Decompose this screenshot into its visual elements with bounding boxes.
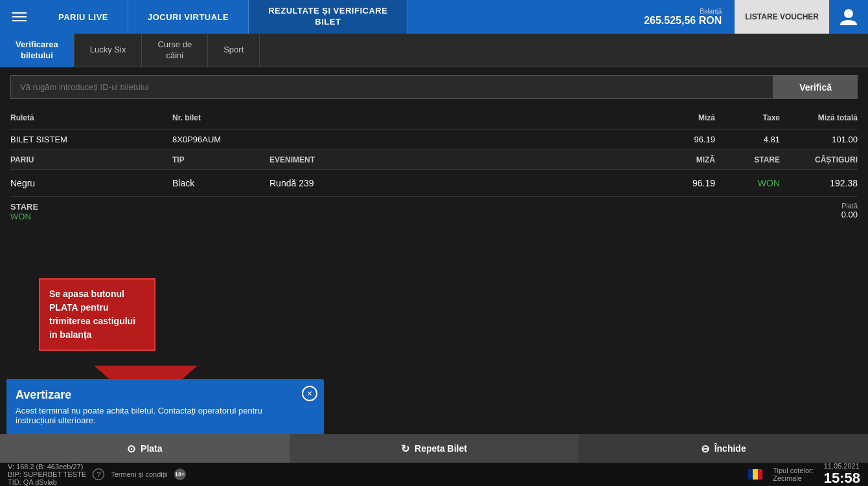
alert-box: Avertizare Acest terminal nu poate achit… — [6, 379, 324, 434]
plata-button[interactable]: ⊙ Plata — [0, 434, 290, 463]
alert-close-button[interactable]: × — [302, 386, 317, 401]
sistem-row: BILET SISTEM 8X0P96AUM 96.19 4.81 101.00 — [10, 129, 858, 150]
tab-curse-caini[interactable]: Curse decâini — [142, 34, 208, 67]
tooltip-box: Se apasa butonul PLATA pentru trimiterea… — [39, 278, 155, 351]
tabs-bar: Verificareabiletului Lucky Six Curse dec… — [0, 34, 868, 67]
help-button[interactable]: ? — [93, 469, 104, 480]
footer-left: V: 168.2 (B: 463eeb/27) BIP: SUPERBET TE… — [8, 463, 186, 486]
refresh-icon: ↻ — [401, 443, 409, 455]
pariu-header: PARIU TIP EVENIMENT MIZĂ STARE CÂȘTIGURI — [10, 150, 858, 170]
listare-voucher-button[interactable]: LISTARE VOUCHER — [735, 0, 829, 34]
nav-rezultate-verificare[interactable]: REZULTATE ȘI VERIFICAREBILET — [249, 0, 407, 34]
romania-flag-icon — [748, 469, 762, 480]
header: PARIU LIVE JOCURI VIRTUALE REZULTATE ȘI … — [0, 0, 868, 34]
bilet-id-input[interactable] — [10, 75, 773, 99]
balance-section: Balanță 265.525,56 RON — [631, 0, 735, 34]
pariu-row: Negru Black Rundă 239 96.19 WON 192.38 — [10, 170, 858, 197]
verifica-button[interactable]: Verifică — [773, 75, 858, 99]
hamburger-icon — [12, 10, 27, 24]
bottom-buttons: ⊙ Plata ↻ Repeta Bilet ⊖ Închide — [0, 434, 868, 463]
header-left: PARIU LIVE JOCURI VIRTUALE REZULTATE ȘI … — [0, 0, 407, 34]
nav-jocuri-virtuale[interactable]: JOCURI VIRTUALE — [128, 0, 249, 34]
search-bar: Verifică — [0, 67, 868, 107]
repeta-bilet-button[interactable]: ↻ Repeta Bilet — [290, 434, 579, 463]
hamburger-button[interactable] — [0, 0, 39, 34]
nav-pariu-live[interactable]: PARIU LIVE — [39, 0, 128, 34]
inchide-button[interactable]: ⊖ Închide — [578, 434, 868, 463]
user-profile-button[interactable] — [829, 0, 868, 34]
header-right: Balanță 265.525,56 RON LISTARE VOUCHER — [631, 0, 868, 34]
stare-row: STARE WON Plată 0.00 — [10, 197, 858, 226]
tab-verificare-bilet[interactable]: Verificareabiletului — [0, 34, 74, 67]
tab-lucky-six[interactable]: Lucky Six — [74, 34, 143, 67]
age-badge: 18+ — [174, 469, 186, 480]
tab-sport[interactable]: Sport — [208, 34, 260, 67]
minus-circle-icon: ⊖ — [701, 443, 709, 455]
footer: V: 168.2 (B: 463eeb/27) BIP: SUPERBET TE… — [0, 463, 868, 486]
footer-right: Tipul cotelor: Zecimale 11.05.2021 15:58 — [748, 462, 860, 486]
user-icon — [839, 7, 858, 27]
currency-icon: ⊙ — [127, 443, 135, 455]
svg-point-0 — [844, 9, 853, 18]
table-header: Ruletă Nr. bilet Miză Taxe Miză totală — [10, 107, 858, 129]
table-section: Ruletă Nr. bilet Miză Taxe Miză totală B… — [0, 107, 868, 226]
